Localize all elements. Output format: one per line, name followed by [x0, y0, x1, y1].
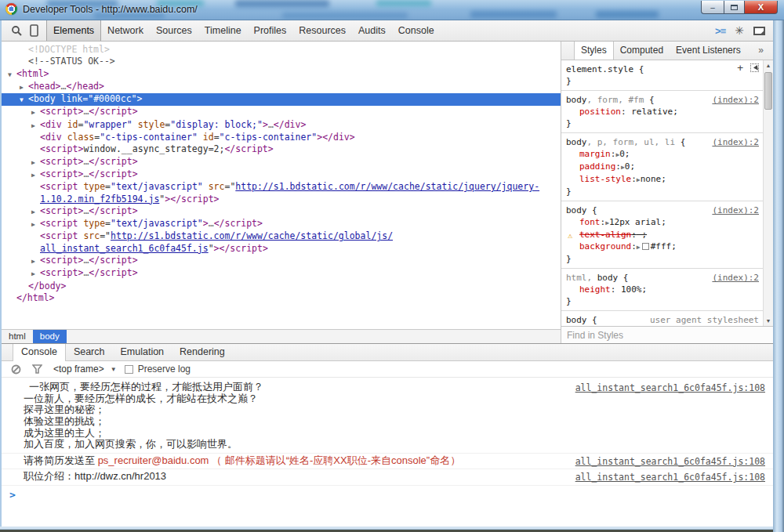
dom-tree-row[interactable]: ▶<script>…</script>	[2, 205, 561, 218]
console-prompt[interactable]: >	[2, 486, 773, 501]
scrollbar-up-icon[interactable]: ▲	[764, 63, 773, 68]
dom-tree-row[interactable]: </body>	[2, 280, 561, 292]
dom-tree-row[interactable]: ▶<script type="text/javascript">…</scrip…	[2, 218, 561, 230]
resource-link[interactable]: 1.10.2.min_f2fb5194.js	[40, 194, 159, 204]
rule-selector-line[interactable]: body {(index):2	[566, 204, 759, 216]
element-state-icon[interactable]	[750, 63, 759, 72]
preserve-log-checkbox[interactable]	[125, 365, 133, 374]
tab-console[interactable]: Console	[392, 20, 441, 41]
drawer-tab-rendering[interactable]: Rendering	[172, 344, 233, 360]
clear-console-icon[interactable]	[11, 364, 21, 375]
expand-arrow-icon[interactable]: ▶	[31, 169, 40, 181]
tab-elements[interactable]: Elements	[46, 20, 101, 41]
drawer-toggle-icon[interactable]: >≡	[715, 25, 725, 37]
tab-profiles[interactable]: Profiles	[248, 20, 293, 41]
dom-tree-row[interactable]: <!--STATUS OK-->	[2, 56, 561, 67]
collapse-arrow-icon[interactable]: ▼	[8, 69, 16, 81]
rule-selector-line[interactable]: body, form, #fm {(index):2	[566, 94, 759, 106]
expand-value-icon[interactable]: ▶	[637, 244, 641, 251]
tab-resources[interactable]: Resources	[292, 20, 352, 41]
console-source-link[interactable]: all_instant_search1_6c0fa45f.js:108	[575, 456, 765, 467]
console-source-link[interactable]: all_instant_search1_6c0fa45f.js:108	[575, 472, 765, 483]
frame-selector[interactable]: <top frame>	[53, 364, 104, 375]
dom-tree-row[interactable]: ▶<head>…</head>	[2, 81, 561, 93]
dom-tree-row[interactable]: <div class="c-tips-container" id="c-tips…	[2, 132, 561, 143]
rule-selector-line[interactable]: body, p, form, ul, li {(index):2	[566, 136, 759, 148]
rule-selector-line[interactable]: element.style {+	[566, 63, 759, 75]
dom-tree-row[interactable]: ▼<html>	[2, 68, 561, 81]
inspect-magnifier-icon[interactable]	[11, 25, 23, 37]
breadcrumb-item-body[interactable]: body	[33, 330, 67, 343]
sidebar-tab-styles[interactable]: Styles	[574, 42, 614, 60]
css-property[interactable]: padding:▶0;	[566, 161, 759, 173]
dom-tree-row[interactable]: ▶<script>…</script>	[2, 267, 561, 280]
dom-tree-row[interactable]: <script src="http://s1.bdstatic.com/r/ww…	[2, 230, 561, 242]
dom-tree-row[interactable]: ▶<script>…</script>	[2, 156, 561, 168]
css-property[interactable]: font:▶12px arial;	[566, 216, 759, 229]
dom-tree-row[interactable]: <script>window.__async_strategy=2;</scri…	[2, 143, 561, 155]
color-swatch[interactable]	[642, 243, 649, 250]
expand-value-icon[interactable]: ▶	[615, 151, 619, 158]
resource-link[interactable]: all_instant_search1_6c0fa45f.js	[40, 243, 209, 254]
expand-value-icon[interactable]: ▶	[621, 164, 625, 171]
dom-tree-row[interactable]: ▶<script>…</script>	[2, 255, 561, 267]
console-source-link[interactable]: all_instant_search1_6c0fa45f.js:108	[575, 382, 765, 393]
dom-tree-row[interactable]: ▶<script>…</script>	[2, 106, 561, 118]
tab-sources[interactable]: Sources	[150, 20, 198, 41]
frame-selector-dropdown-icon[interactable]: ▼	[111, 366, 117, 373]
expand-arrow-icon[interactable]: ▶	[31, 206, 40, 218]
drawer-tab-search[interactable]: Search	[66, 344, 113, 360]
collapse-arrow-icon[interactable]: ▼	[20, 94, 28, 106]
css-property[interactable]: ⚠text-align: ;	[566, 229, 759, 241]
drawer-tab-console[interactable]: Console	[13, 344, 66, 361]
resource-link[interactable]: http://s1.bdstatic.com/r/www/cache/stati…	[111, 230, 393, 241]
maximize-button[interactable]	[724, 1, 745, 14]
styles-scrollbar[interactable]: ▲ ▼	[763, 60, 773, 326]
close-button[interactable]: X	[745, 1, 778, 14]
dock-side-icon[interactable]	[753, 27, 765, 35]
sidebar-tab-computed[interactable]: Computed	[614, 42, 670, 60]
sidebar-tabs-overflow-icon[interactable]: »	[758, 42, 773, 60]
expand-arrow-icon[interactable]: ▶	[31, 107, 40, 118]
css-property[interactable]: list-style:▶none;	[566, 173, 759, 186]
expand-value-icon[interactable]: ▶	[637, 176, 641, 183]
filter-funnel-icon[interactable]	[32, 364, 42, 374]
breadcrumb-item-html[interactable]: html	[2, 330, 33, 343]
expand-value-icon[interactable]: ▶	[605, 219, 609, 226]
settings-gear-icon[interactable]: ✳	[735, 24, 744, 37]
css-property[interactable]: position: relative;	[566, 106, 759, 118]
css-property[interactable]: margin:▶0;	[566, 148, 759, 161]
rule-selector-line[interactable]: html, body {(index):2	[566, 272, 759, 284]
dom-tree-row[interactable]: <!DOCTYPE html>	[2, 44, 561, 56]
stylesheet-source-link[interactable]: (index):2	[712, 204, 759, 216]
expand-arrow-icon[interactable]: ▶	[31, 120, 40, 132]
expand-arrow-icon[interactable]: ▶	[31, 268, 40, 280]
dom-tree-row[interactable]: 1.10.2.min_f2fb5194.js"></script>	[2, 194, 561, 205]
scrollbar-thumb[interactable]	[764, 72, 772, 110]
tab-network[interactable]: Network	[101, 20, 150, 41]
css-property[interactable]: background:▶#fff;	[566, 241, 759, 253]
expand-arrow-icon[interactable]: ▶	[31, 255, 40, 267]
window-titlebar[interactable]: Developer Tools - http://www.baidu.com/ …	[0, 0, 784, 20]
dom-tree-row[interactable]: ▶<div id="wrapper" style="display: block…	[2, 119, 561, 132]
find-in-styles-input[interactable]	[561, 327, 773, 343]
tab-audits[interactable]: Audits	[352, 20, 392, 41]
expand-arrow-icon[interactable]: ▶	[20, 81, 28, 93]
tab-timeline[interactable]: Timeline	[198, 20, 248, 41]
drawer-tab-emulation[interactable]: Emulation	[112, 344, 172, 360]
expand-arrow-icon[interactable]: ▶	[31, 219, 40, 230]
new-style-rule-icon[interactable]: +	[737, 64, 743, 72]
scrollbar-down-icon[interactable]: ▼	[764, 318, 773, 324]
css-property[interactable]: height: 100%;	[566, 284, 759, 295]
rule-selector-line[interactable]: body {user agent stylesheet	[566, 314, 759, 326]
device-mode-icon[interactable]	[30, 24, 38, 37]
stylesheet-source-link[interactable]: (index):2	[712, 94, 759, 106]
stylesheet-source-link[interactable]: (index):2	[712, 272, 759, 284]
expand-arrow-icon[interactable]: ▶	[31, 157, 40, 168]
minimize-button[interactable]: –	[701, 1, 724, 14]
sidebar-tab-event-listeners[interactable]: Event Listeners	[670, 42, 747, 60]
dom-tree-row[interactable]: all_instant_search1_6c0fa45f.js"></scrip…	[2, 243, 561, 255]
dom-tree-row[interactable]: ▶<script>…</script>	[2, 168, 561, 181]
dom-tree-row[interactable]: </html>	[2, 292, 561, 304]
dom-tree-row[interactable]: ▼<body link="#0000cc">	[2, 93, 561, 106]
